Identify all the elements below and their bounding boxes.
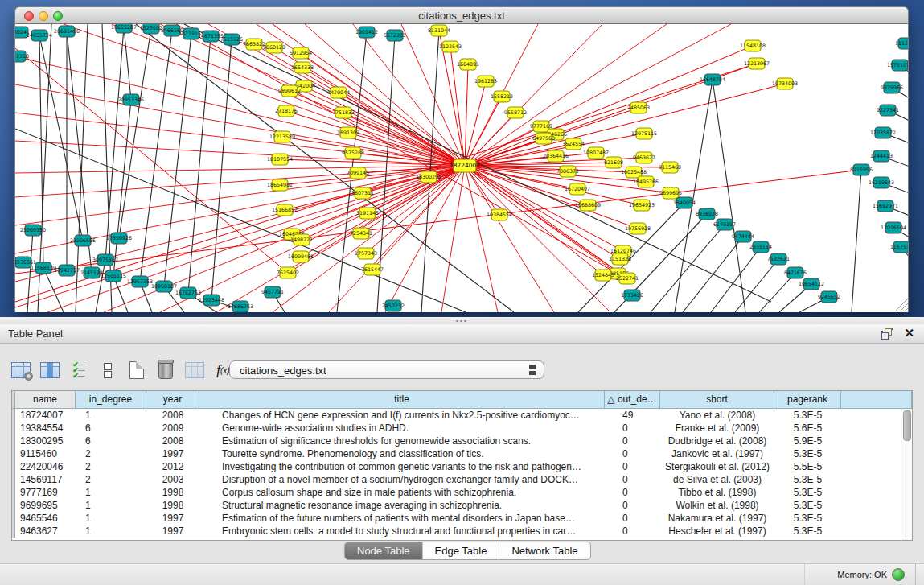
graph-node[interactable]: 7663822: [243, 39, 265, 50]
graph-node[interactable]: 17016504: [881, 222, 906, 233]
graph-node[interactable]: 8215956: [850, 164, 873, 175]
scrollbar-thumb[interactable]: [903, 410, 911, 441]
graph-node[interactable]: 19654923: [629, 200, 655, 211]
tab-node-table[interactable]: Node Table: [345, 542, 422, 559]
graph-node[interactable]: 1244413: [870, 150, 893, 162]
graph-node[interactable]: 1112301: [895, 38, 909, 49]
graph-node[interactable]: 16648784: [700, 74, 725, 85]
graph-node[interactable]: 3607311: [351, 187, 374, 199]
graph-node[interactable]: 9575288: [342, 147, 364, 159]
graph-node[interactable]: 2718176: [275, 105, 298, 117]
float-window-icon[interactable]: [881, 328, 893, 340]
column-header-year[interactable]: year: [146, 391, 199, 409]
graph-node[interactable]: 8471676: [784, 267, 807, 278]
graph-node[interactable]: 2043318: [15, 51, 29, 62]
table-selector-dropdown[interactable]: citations_edges.txt: [229, 360, 544, 379]
graph-node[interactable]: 1757343: [355, 248, 377, 259]
graph-node[interactable]: 10958107: [151, 281, 177, 292]
graph-node[interactable]: 10688609: [575, 200, 601, 211]
graph-node[interactable]: 1961283: [474, 76, 497, 87]
graph-node[interactable]: 19734093: [772, 78, 798, 89]
graph-node[interactable]: 12213967: [744, 58, 770, 69]
graph-node[interactable]: 2522741: [616, 273, 639, 284]
column-header-pagerank[interactable]: pagerank: [774, 391, 841, 409]
graph-node[interactable]: 19384554: [487, 209, 512, 220]
graph-node[interactable]: 10655287: [111, 24, 137, 33]
graph-node[interactable]: 25260350: [20, 225, 46, 236]
graph-node[interactable]: 9860128: [263, 42, 285, 53]
graph-node[interactable]: 7532621: [767, 253, 790, 265]
graph-node[interactable]: 2935114: [749, 241, 772, 253]
graph-node[interactable]: 15166852: [272, 204, 298, 216]
graph-node[interactable]: 9890612: [278, 85, 301, 97]
graph-node[interactable]: 1654338: [291, 62, 314, 73]
graph-node[interactable]: 9115460: [659, 162, 681, 173]
table-row[interactable]: 911546021997Tourette syndrome. Phenomeno…: [12, 447, 901, 460]
column-header-short[interactable]: short: [660, 391, 774, 409]
memory-status-indicator[interactable]: [892, 568, 905, 581]
new-table-icon[interactable]: [125, 359, 147, 381]
graph-node[interactable]: 20691406: [54, 26, 80, 37]
table-panel-titlebar[interactable]: Table Panel ✕: [0, 324, 924, 344]
network-view-window[interactable]: citations_edges.txt 50242405572420691406…: [14, 6, 909, 312]
graph-node[interactable]: 15751074: [887, 60, 909, 71]
graph-node[interactable]: 1420044: [327, 87, 350, 98]
graph-node[interactable]: 5572301: [384, 30, 406, 41]
graph-node[interactable]: 1901412: [355, 27, 378, 38]
graph-node[interactable]: 16099486: [288, 251, 314, 262]
table-row[interactable]: 969969511998Structural magnetic resonanc…: [12, 499, 901, 512]
graph-node[interactable]: 1122543: [439, 41, 462, 52]
graph-node[interactable]: 18107554: [267, 154, 293, 165]
graph-node[interactable]: 1664091: [457, 59, 479, 70]
table-settings-icon[interactable]: [10, 359, 31, 381]
graph-node[interactable]: 1524845: [592, 270, 614, 281]
graph-node[interactable]: 7386372: [556, 166, 579, 177]
graph-node[interactable]: 2450212: [382, 300, 405, 311]
clear-table-icon[interactable]: [183, 359, 205, 381]
graph-node[interactable]: 821608: [604, 157, 623, 168]
graph-node[interactable]: 18495766: [633, 176, 659, 187]
graph-node[interactable]: 7615447: [361, 264, 384, 275]
citation-network-graph[interactable]: 5024240557242069140610655287152760284661…: [15, 24, 909, 312]
graph-node[interactable]: 9329966: [881, 82, 903, 93]
graph-node[interactable]: 9227341: [877, 105, 899, 116]
graph-node[interactable]: 5912954: [290, 47, 312, 59]
graph-node[interactable]: 12923448: [199, 295, 224, 306]
table-row[interactable]: 946554611997Estimation of the future num…: [12, 512, 901, 525]
table-row[interactable]: 1830029562008Estimation of significance …: [12, 435, 901, 447]
graph-node[interactable]: 1167533: [890, 241, 909, 253]
graph-node[interactable]: 20206556: [70, 235, 96, 246]
graph-node[interactable]: 7625402: [277, 267, 299, 278]
tab-edge-table[interactable]: Edge Table: [422, 542, 499, 559]
table-row[interactable]: 1872400712008Changes of HCN gene express…: [12, 409, 901, 422]
graph-node[interactable]: 17359926: [106, 233, 132, 244]
splitter-grip-icon[interactable]: [455, 319, 466, 323]
graph-node[interactable]: 3191145: [356, 208, 379, 219]
graph-node[interactable]: 19756928: [625, 223, 651, 234]
column-header-in_degree[interactable]: in_degree: [76, 391, 146, 409]
toggle-panel-icon[interactable]: [97, 359, 118, 381]
graph-node[interactable]: 8131044: [428, 25, 450, 36]
graph-node[interactable]: 12213589: [269, 131, 295, 142]
graph-node[interactable]: 20364436: [543, 150, 569, 162]
graph-node[interactable]: 18724007: [450, 159, 480, 172]
table-row[interactable]: 1938455462009Genome-wide association stu…: [12, 422, 901, 435]
graph-node[interactable]: 7515526: [220, 34, 243, 45]
graph-node[interactable]: 16782753: [175, 287, 201, 299]
graph-node[interactable]: 12505115: [101, 270, 126, 282]
graph-node[interactable]: 7099145: [347, 167, 369, 179]
table-row[interactable]: 946362711997Embryonic stem cells: a mode…: [12, 525, 901, 538]
graph-node[interactable]: 17957253: [127, 276, 153, 287]
graph-node[interactable]: 3624554: [562, 138, 585, 150]
column-visibility-icon[interactable]: [39, 359, 60, 381]
tab-network-table[interactable]: Network Table: [499, 542, 589, 559]
graph-node[interactable]: 7751833: [332, 107, 355, 118]
graph-node[interactable]: 9245652: [818, 291, 840, 303]
graph-node[interactable]: 17686753: [228, 301, 253, 312]
graph-node[interactable]: 1640954: [673, 197, 696, 208]
table-row[interactable]: 2242004622012Investigating the contribut…: [12, 460, 901, 473]
graph-node[interactable]: 10654112: [799, 278, 824, 290]
graph-node[interactable]: 1498221: [290, 234, 313, 245]
row-selection-icon[interactable]: ✔✔✔: [68, 359, 89, 381]
network-window-titlebar[interactable]: citations_edges.txt: [14, 6, 909, 24]
